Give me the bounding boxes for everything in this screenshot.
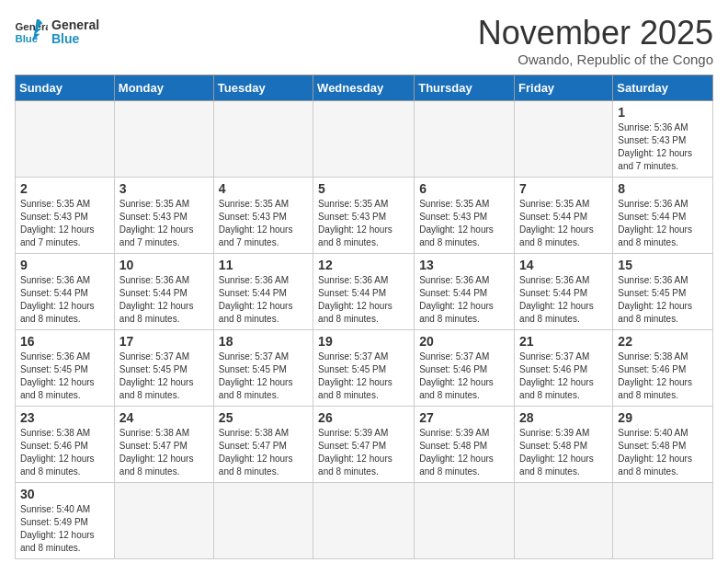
day-info: Sunrise: 5:36 AMSunset: 5:44 PMDaylight:… (20, 274, 109, 326)
weekday-header-thursday: Thursday (415, 75, 515, 100)
day-info: Sunrise: 5:36 AMSunset: 5:44 PMDaylight:… (519, 274, 608, 326)
day-info: Sunrise: 5:38 AMSunset: 5:47 PMDaylight:… (119, 427, 209, 478)
calendar-cell: 26Sunrise: 5:39 AMSunset: 5:47 PMDayligh… (313, 406, 415, 482)
day-number: 8 (618, 181, 708, 196)
logo-blue-text: Blue (51, 32, 99, 46)
weekday-header-friday: Friday (515, 75, 613, 100)
calendar-cell: 13Sunrise: 5:36 AMSunset: 5:44 PMDayligh… (415, 253, 515, 329)
calendar-cell (213, 100, 313, 177)
day-info: Sunrise: 5:35 AMSunset: 5:43 PMDaylight:… (219, 198, 308, 249)
day-number: 29 (618, 410, 708, 425)
day-info: Sunrise: 5:36 AMSunset: 5:44 PMDaylight:… (119, 274, 209, 326)
weekday-header-row: SundayMondayTuesdayWednesdayThursdayFrid… (16, 75, 713, 100)
day-number: 5 (318, 181, 409, 196)
day-number: 19 (318, 334, 409, 349)
day-info: Sunrise: 5:39 AMSunset: 5:48 PMDaylight:… (419, 427, 509, 478)
day-number: 26 (318, 410, 409, 425)
calendar-title: November 2025 (478, 15, 713, 52)
day-number: 16 (20, 334, 109, 349)
day-info: Sunrise: 5:38 AMSunset: 5:46 PMDaylight:… (20, 427, 109, 478)
day-number: 7 (519, 181, 608, 196)
day-info: Sunrise: 5:36 AMSunset: 5:44 PMDaylight:… (219, 274, 308, 326)
svg-text:General: General (16, 22, 49, 33)
calendar-cell: 23Sunrise: 5:38 AMSunset: 5:46 PMDayligh… (16, 406, 115, 482)
week-row-1: 1Sunrise: 5:36 AMSunset: 5:43 PMDaylight… (16, 100, 713, 177)
calendar-subtitle: Owando, Republic of the Congo (478, 52, 713, 67)
day-info: Sunrise: 5:35 AMSunset: 5:43 PMDaylight:… (119, 198, 209, 249)
calendar-cell: 20Sunrise: 5:37 AMSunset: 5:46 PMDayligh… (415, 329, 515, 406)
calendar-cell (313, 100, 415, 177)
calendar-cell: 10Sunrise: 5:36 AMSunset: 5:44 PMDayligh… (114, 253, 213, 329)
calendar-cell (16, 100, 115, 177)
calendar-cell: 16Sunrise: 5:36 AMSunset: 5:45 PMDayligh… (16, 329, 115, 406)
calendar-cell: 24Sunrise: 5:38 AMSunset: 5:47 PMDayligh… (114, 406, 213, 482)
calendar-cell: 17Sunrise: 5:37 AMSunset: 5:45 PMDayligh… (114, 329, 213, 406)
calendar-cell: 6Sunrise: 5:35 AMSunset: 5:43 PMDaylight… (415, 177, 515, 253)
day-info: Sunrise: 5:37 AMSunset: 5:46 PMDaylight:… (519, 350, 608, 402)
calendar-table: SundayMondayTuesdayWednesdayThursdayFrid… (15, 75, 713, 559)
calendar-cell: 14Sunrise: 5:36 AMSunset: 5:44 PMDayligh… (515, 253, 613, 329)
week-row-6: 30Sunrise: 5:40 AMSunset: 5:49 PMDayligh… (16, 482, 713, 558)
day-info: Sunrise: 5:40 AMSunset: 5:48 PMDaylight:… (618, 427, 708, 478)
calendar-cell: 15Sunrise: 5:36 AMSunset: 5:45 PMDayligh… (613, 253, 713, 329)
calendar-cell: 21Sunrise: 5:37 AMSunset: 5:46 PMDayligh… (515, 329, 613, 406)
calendar-cell: 19Sunrise: 5:37 AMSunset: 5:45 PMDayligh… (313, 329, 415, 406)
calendar-cell: 12Sunrise: 5:36 AMSunset: 5:44 PMDayligh… (313, 253, 415, 329)
day-info: Sunrise: 5:35 AMSunset: 5:43 PMDaylight:… (419, 198, 509, 249)
day-number: 12 (318, 258, 409, 272)
weekday-header-wednesday: Wednesday (313, 75, 415, 100)
calendar-cell (613, 482, 713, 558)
day-info: Sunrise: 5:40 AMSunset: 5:49 PMDaylight:… (20, 503, 109, 555)
calendar-cell (313, 482, 415, 558)
day-info: Sunrise: 5:35 AMSunset: 5:43 PMDaylight:… (20, 198, 109, 249)
logo: General Blue General Blue (15, 18, 99, 47)
day-info: Sunrise: 5:39 AMSunset: 5:48 PMDaylight:… (519, 427, 608, 478)
calendar-cell (515, 100, 613, 177)
day-number: 21 (519, 334, 608, 349)
calendar-cell: 30Sunrise: 5:40 AMSunset: 5:49 PMDayligh… (16, 482, 115, 558)
day-number: 10 (119, 258, 209, 272)
calendar-cell: 1Sunrise: 5:36 AMSunset: 5:43 PMDaylight… (613, 100, 713, 177)
calendar-cell: 9Sunrise: 5:36 AMSunset: 5:44 PMDaylight… (16, 253, 115, 329)
calendar-cell (515, 482, 613, 558)
calendar-cell: 28Sunrise: 5:39 AMSunset: 5:48 PMDayligh… (515, 406, 613, 482)
day-info: Sunrise: 5:35 AMSunset: 5:44 PMDaylight:… (519, 198, 608, 249)
weekday-header-tuesday: Tuesday (213, 75, 313, 100)
weekday-header-sunday: Sunday (16, 75, 115, 100)
day-number: 22 (618, 334, 708, 349)
day-number: 6 (419, 181, 509, 196)
calendar-cell (415, 482, 515, 558)
calendar-cell: 3Sunrise: 5:35 AMSunset: 5:43 PMDaylight… (114, 177, 213, 253)
day-number: 17 (119, 334, 209, 349)
day-number: 25 (219, 410, 308, 425)
week-row-3: 9Sunrise: 5:36 AMSunset: 5:44 PMDaylight… (16, 253, 713, 329)
week-row-5: 23Sunrise: 5:38 AMSunset: 5:46 PMDayligh… (16, 406, 713, 482)
page-header: General Blue General Blue November 2025 … (15, 15, 713, 67)
day-number: 11 (219, 258, 308, 272)
week-row-4: 16Sunrise: 5:36 AMSunset: 5:45 PMDayligh… (16, 329, 713, 406)
day-number: 2 (20, 181, 109, 196)
day-number: 13 (419, 258, 509, 272)
day-number: 27 (419, 410, 509, 425)
calendar-cell (114, 482, 213, 558)
calendar-cell: 7Sunrise: 5:35 AMSunset: 5:44 PMDaylight… (515, 177, 613, 253)
day-number: 24 (119, 410, 209, 425)
day-number: 18 (219, 334, 308, 349)
day-info: Sunrise: 5:38 AMSunset: 5:46 PMDaylight:… (618, 350, 708, 402)
day-info: Sunrise: 5:37 AMSunset: 5:46 PMDaylight:… (419, 350, 509, 402)
logo-general-text: General (51, 18, 99, 32)
day-info: Sunrise: 5:39 AMSunset: 5:47 PMDaylight:… (318, 427, 409, 478)
calendar-cell: 27Sunrise: 5:39 AMSunset: 5:48 PMDayligh… (415, 406, 515, 482)
day-info: Sunrise: 5:37 AMSunset: 5:45 PMDaylight:… (318, 350, 409, 402)
calendar-cell: 2Sunrise: 5:35 AMSunset: 5:43 PMDaylight… (16, 177, 115, 253)
day-number: 23 (20, 410, 109, 425)
calendar-cell (415, 100, 515, 177)
day-info: Sunrise: 5:37 AMSunset: 5:45 PMDaylight:… (119, 350, 209, 402)
day-info: Sunrise: 5:37 AMSunset: 5:45 PMDaylight:… (219, 350, 308, 402)
day-number: 9 (20, 258, 109, 272)
day-number: 4 (219, 181, 308, 196)
weekday-header-saturday: Saturday (613, 75, 713, 100)
calendar-cell: 22Sunrise: 5:38 AMSunset: 5:46 PMDayligh… (613, 329, 713, 406)
calendar-cell: 4Sunrise: 5:35 AMSunset: 5:43 PMDaylight… (213, 177, 313, 253)
day-info: Sunrise: 5:35 AMSunset: 5:43 PMDaylight:… (318, 198, 409, 249)
